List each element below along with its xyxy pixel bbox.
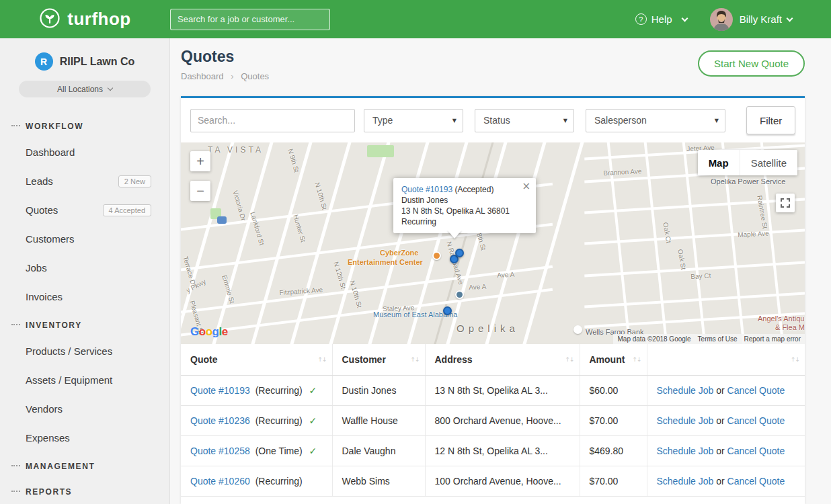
quotes-search-input[interactable] <box>190 109 355 132</box>
breadcrumb-dashboard[interactable]: Dashboard <box>181 71 224 81</box>
cancel-quote-link[interactable]: Cancel Quote <box>727 476 785 487</box>
company-name: RIIPL Lawn Co <box>60 56 135 68</box>
nav-section-management[interactable]: MANAGEMENT <box>0 452 169 478</box>
quote-map-marker[interactable] <box>443 306 452 315</box>
sidebar-item-assets-equipment[interactable]: Assets / Equipment <box>0 366 169 394</box>
table-header-row: Quote ↑↓ Customer ↑↓ Address ↑↓ Amount ↑… <box>181 344 805 376</box>
quote-link[interactable]: Quote #10260 <box>190 476 250 487</box>
infowindow-quote-link[interactable]: Quote #10193 <box>401 185 452 194</box>
caret-down-icon: ▼ <box>563 118 567 124</box>
type-select[interactable]: Type ▼ <box>364 109 463 132</box>
section-dash-icon <box>11 125 20 126</box>
cancel-quote-link[interactable]: Cancel Quote <box>727 385 785 396</box>
cancel-quote-link[interactable]: Cancel Quote <box>727 415 785 426</box>
sidebar-item-customers[interactable]: Customers <box>0 224 169 253</box>
col-header-customer[interactable]: Customer ↑↓ <box>332 344 425 376</box>
schedule-job-link[interactable]: Schedule Job <box>657 415 714 426</box>
filter-button[interactable]: Filter <box>746 106 795 134</box>
topbar: turfhop ? Help Billy Kraft <box>0 0 831 38</box>
zoom-in-button[interactable]: + <box>190 151 210 171</box>
map-label: N 10th St <box>348 280 363 308</box>
sidebar-item-label: Jobs <box>26 262 47 274</box>
customer-cell: Dustin Jones <box>332 376 425 406</box>
quotes-map[interactable]: TA VISTAJeter AveBrannon AveOpelika Powe… <box>181 142 805 344</box>
map-label: N 9th St <box>286 148 301 173</box>
sidebar-item-products-services[interactable]: Products / Services <box>0 337 169 366</box>
company[interactable]: R RIIPL Lawn Co <box>0 38 169 71</box>
nav-section-reports[interactable]: REPORTS <box>0 478 169 503</box>
accepted-check-icon: ✓ <box>309 446 317 456</box>
sidebar-item-vendors[interactable]: Vendors <box>0 394 169 423</box>
salesperson-select[interactable]: Salesperson ▼ <box>586 109 725 132</box>
sort-icon: ↑↓ <box>632 356 641 363</box>
sidebar-item-leads[interactable]: Leads 2 New <box>0 167 169 196</box>
map-label: TA VISTA <box>208 145 264 155</box>
fullscreen-button[interactable] <box>776 194 795 212</box>
cancel-quote-link[interactable]: Cancel Quote <box>727 446 785 456</box>
zoom-out-button[interactable]: − <box>190 181 210 201</box>
brand-name: turfhop <box>67 9 130 30</box>
terms-of-use-link[interactable]: Terms of Use <box>698 335 738 343</box>
col-header-quote[interactable]: Quote ↑↓ <box>181 344 332 376</box>
salesperson-select-value: Salesperson <box>594 115 647 126</box>
sidebar-item-invoices[interactable]: Invoices <box>0 282 169 311</box>
sidebar-item-dashboard[interactable]: Dashboard <box>0 138 169 167</box>
quote-type: (Recurring) <box>255 476 303 487</box>
sidebar-nav: WORKFLOW Dashboard Leads 2 New Quotes 4 … <box>0 112 169 503</box>
customer-cell: Webb Sims <box>332 466 425 497</box>
quote-row: Quote #10193 (Recurring) ✓ Dustin Jones … <box>181 376 805 406</box>
map-label: Hunter St <box>292 214 307 243</box>
col-header-amount[interactable]: Amount ↑↓ <box>580 344 647 376</box>
help-menu[interactable]: ? Help <box>635 13 687 25</box>
quotes-badge: 4 Accepted <box>103 204 151 216</box>
actions-cell: Schedule Job or Cancel Quote <box>647 436 805 466</box>
map-label: Oak Ct <box>662 222 672 244</box>
turfhop-logo[interactable]: turfhop <box>0 7 170 32</box>
satellite-view-button[interactable]: Satellite <box>740 150 797 175</box>
actions-cell: Schedule Job or Cancel Quote <box>647 466 805 497</box>
sort-icon: ↑↓ <box>317 356 326 363</box>
map-view-button[interactable]: Map <box>698 150 740 175</box>
address-cell: 13 N 8th St, Opelika AL 3... <box>425 376 580 406</box>
page-title: Quotes <box>181 48 269 66</box>
user-menu[interactable]: Billy Kraft <box>740 13 792 25</box>
map-label: Ave A <box>469 283 486 291</box>
schedule-job-link[interactable]: Schedule Job <box>657 385 714 396</box>
schedule-job-link[interactable]: Schedule Job <box>657 476 714 487</box>
col-header-actions[interactable]: ↑↓ <box>647 344 805 376</box>
quote-link[interactable]: Quote #10258 <box>190 446 250 456</box>
sidebar-item-expenses[interactable]: Expenses <box>0 423 169 452</box>
infowindow-close-icon[interactable]: × <box>522 181 530 192</box>
map-type-control: Map Satellite <box>698 150 797 175</box>
chevron-down-icon <box>787 15 793 22</box>
map-label: Opelika Power Service <box>711 177 785 185</box>
sidebar-item-label: Customers <box>26 233 75 245</box>
sidebar-item-label: Leads <box>26 175 53 187</box>
start-new-quote-button[interactable]: Start New Quote <box>698 50 805 77</box>
schedule-job-link[interactable]: Schedule Job <box>657 446 714 456</box>
map-label: N 10th St <box>313 181 328 210</box>
amount-cell: $60.00 <box>580 376 647 406</box>
nav-section-label: REPORTS <box>26 487 72 497</box>
sidebar-item-jobs[interactable]: Jobs <box>0 253 169 282</box>
quote-map-marker[interactable] <box>455 249 464 257</box>
actions-or-text: or <box>716 476 724 487</box>
google-logo[interactable]: Google <box>190 325 228 339</box>
actions-cell: Schedule Job or Cancel Quote <box>647 376 805 406</box>
global-search-input[interactable] <box>170 9 330 30</box>
report-map-error-link[interactable]: Report a map error <box>744 335 801 343</box>
infowindow-customer: Dustin Jones <box>401 195 528 206</box>
col-header-address[interactable]: Address ↑↓ <box>425 344 580 376</box>
caret-down-icon: ▼ <box>715 118 719 124</box>
museum-poi-icon <box>455 290 464 299</box>
quote-link[interactable]: Quote #10193 <box>190 385 250 396</box>
locations-dropdown[interactable]: All Locations <box>19 81 151 97</box>
quote-link[interactable]: Quote #10236 <box>190 415 250 426</box>
sidebar-item-label: Invoices <box>26 291 63 302</box>
customer-cell: Waffle House <box>332 406 425 436</box>
sidebar-item-quotes[interactable]: Quotes 4 Accepted <box>0 196 169 224</box>
status-select[interactable]: Status ▼ <box>475 109 574 132</box>
avatar[interactable] <box>710 8 733 31</box>
filter-bar: Type ▼ Status ▼ Salesperson ▼ Filter <box>181 98 805 142</box>
quotes-table: Quote ↑↓ Customer ↑↓ Address ↑↓ Amount ↑… <box>181 344 805 497</box>
